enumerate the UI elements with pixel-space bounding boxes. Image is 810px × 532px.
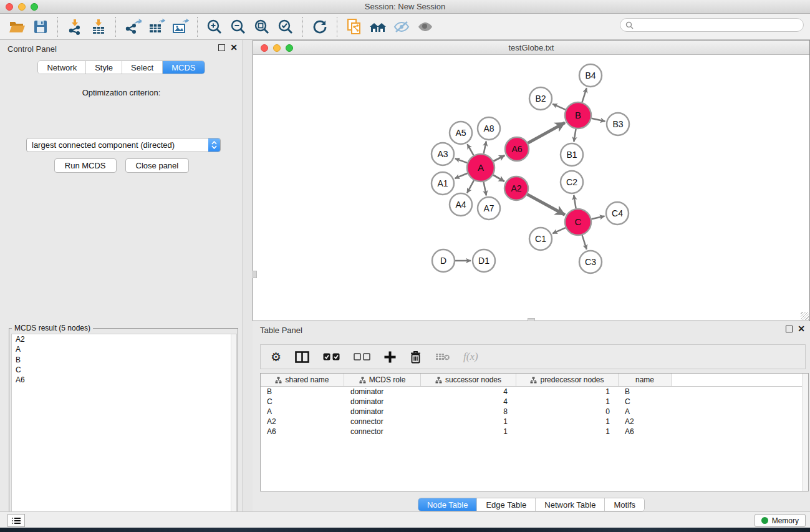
- edge-A-A7[interactable]: [484, 182, 486, 196]
- import-table-icon[interactable]: [87, 16, 110, 38]
- close-panel-button[interactable]: Close panel: [125, 158, 190, 173]
- edge-A-A2[interactable]: [493, 175, 504, 181]
- first-neighbors-icon[interactable]: [366, 16, 390, 38]
- edge-A2-C[interactable]: [528, 195, 565, 215]
- hide-selected-icon[interactable]: [390, 16, 413, 38]
- edge-C-C3[interactable]: [582, 235, 587, 249]
- edge-C-C1[interactable]: [552, 228, 566, 233]
- close-window-button[interactable]: [6, 3, 13, 11]
- cell-name[interactable]: A6: [619, 427, 672, 436]
- memory-button[interactable]: Memory: [755, 514, 806, 527]
- close-table-panel-icon[interactable]: ✕: [798, 326, 805, 332]
- column-header-shared-name[interactable]: shared name: [261, 374, 344, 386]
- cell-successor-nodes[interactable]: 4: [421, 387, 516, 396]
- network-canvas[interactable]: B4B2BB3A5A8A6B1A3AC2A1A2A4A7C4CC1DD1C3: [253, 55, 809, 321]
- refresh-layout-icon[interactable]: [308, 16, 332, 38]
- node-A3[interactable]: A3: [432, 143, 454, 165]
- column-header-MCDS-role[interactable]: MCDS role: [344, 374, 421, 386]
- cell-name[interactable]: B: [619, 387, 672, 396]
- optimization-criterion-dropdown[interactable]: largest connected component (directed): [26, 138, 221, 152]
- cell-predecessor-nodes[interactable]: 1: [516, 397, 619, 406]
- table-options-icon[interactable]: ⚙: [271, 351, 281, 363]
- column-header-name[interactable]: name: [619, 374, 672, 386]
- cell-shared-name[interactable]: A2: [261, 417, 344, 426]
- export-image-icon[interactable]: [168, 16, 192, 38]
- minimize-window-button[interactable]: [18, 3, 26, 11]
- deselect-all-columns-icon[interactable]: [354, 353, 370, 360]
- node-A2[interactable]: A2: [504, 177, 528, 200]
- node-D1[interactable]: D1: [473, 249, 495, 272]
- cell-successor-nodes[interactable]: 1: [421, 427, 516, 436]
- show-all-icon[interactable]: [413, 16, 437, 38]
- tab-node-table[interactable]: Node Table: [418, 498, 478, 511]
- node-A7[interactable]: A7: [478, 197, 500, 220]
- node-A6[interactable]: A6: [505, 137, 529, 161]
- cell-MCDS-role[interactable]: dominator: [344, 387, 421, 396]
- cell-predecessor-nodes[interactable]: 1: [516, 427, 619, 436]
- window-resize-grip[interactable]: [801, 312, 809, 320]
- new-network-from-selection-icon[interactable]: [342, 16, 366, 38]
- table-row[interactable]: A2connector11A2: [261, 417, 808, 427]
- result-item[interactable]: C: [12, 365, 236, 375]
- cell-successor-nodes[interactable]: 8: [421, 407, 516, 416]
- node-B1[interactable]: B1: [561, 143, 583, 166]
- table-row[interactable]: Cdominator41C: [261, 397, 808, 407]
- tab-network-table[interactable]: Network Table: [536, 498, 605, 511]
- tab-mcds[interactable]: MCDS: [163, 61, 204, 74]
- zoom-out-icon[interactable]: [226, 16, 250, 38]
- edge-C-C2[interactable]: [574, 195, 576, 209]
- result-item[interactable]: A: [12, 344, 236, 354]
- result-item[interactable]: A6: [12, 375, 236, 385]
- tab-motifs[interactable]: Motifs: [605, 498, 644, 511]
- delete-table-icon[interactable]: [435, 352, 450, 361]
- node-B3[interactable]: B3: [607, 113, 629, 135]
- node-B2[interactable]: B2: [529, 87, 552, 110]
- table-row[interactable]: Bdominator41B: [261, 387, 808, 397]
- node-A4[interactable]: A4: [450, 193, 472, 216]
- node-D[interactable]: D: [432, 249, 455, 272]
- table-scrollbar[interactable]: [802, 374, 808, 491]
- network-window-titlebar[interactable]: testGlobe.txt: [253, 41, 809, 55]
- column-header-predecessor-nodes[interactable]: predecessor nodes: [516, 374, 619, 386]
- cell-shared-name[interactable]: B: [261, 387, 344, 396]
- tab-network[interactable]: Network: [38, 61, 86, 74]
- cell-name[interactable]: A2: [619, 417, 672, 426]
- task-history-button[interactable]: [7, 514, 25, 527]
- select-all-columns-icon[interactable]: [323, 353, 340, 360]
- edge-B-B3[interactable]: [591, 118, 605, 122]
- node-C[interactable]: C: [565, 209, 591, 235]
- edge-B-B4[interactable]: [582, 88, 587, 102]
- edge-C-C4[interactable]: [591, 216, 604, 220]
- network-minimize-button[interactable]: [273, 44, 281, 52]
- node-C4[interactable]: C4: [606, 202, 629, 225]
- edge-B-B1[interactable]: [574, 129, 576, 142]
- result-list-scrollbar[interactable]: [231, 334, 236, 532]
- zoom-in-icon[interactable]: [203, 16, 226, 38]
- cell-shared-name[interactable]: A6: [261, 427, 344, 436]
- node-A8[interactable]: A8: [478, 117, 500, 140]
- edge-A-A5[interactable]: [467, 144, 473, 155]
- cell-predecessor-nodes[interactable]: 0: [516, 407, 619, 416]
- search-box[interactable]: [620, 18, 804, 32]
- network-zoom-button[interactable]: [286, 44, 293, 52]
- open-session-icon[interactable]: [5, 16, 29, 38]
- search-input[interactable]: [637, 19, 803, 31]
- node-C2[interactable]: C2: [561, 171, 583, 193]
- export-table-icon[interactable]: [145, 16, 168, 38]
- edge-A-A4[interactable]: [467, 180, 474, 193]
- delete-column-icon[interactable]: [410, 351, 422, 364]
- import-network-icon[interactable]: [63, 16, 87, 38]
- close-panel-icon[interactable]: ✕: [230, 44, 238, 51]
- tab-style[interactable]: Style: [86, 61, 122, 74]
- tab-select[interactable]: Select: [122, 61, 163, 74]
- node-C3[interactable]: C3: [579, 251, 602, 273]
- cell-predecessor-nodes[interactable]: 1: [516, 417, 619, 426]
- node-C1[interactable]: C1: [529, 228, 552, 250]
- edge-A-A1[interactable]: [455, 173, 467, 178]
- node-A5[interactable]: A5: [450, 122, 472, 144]
- cell-shared-name[interactable]: A: [261, 407, 344, 416]
- node-B4[interactable]: B4: [579, 64, 602, 87]
- cell-name[interactable]: C: [619, 397, 672, 406]
- zoom-selected-icon[interactable]: [274, 16, 297, 38]
- cell-MCDS-role[interactable]: connector: [344, 427, 421, 436]
